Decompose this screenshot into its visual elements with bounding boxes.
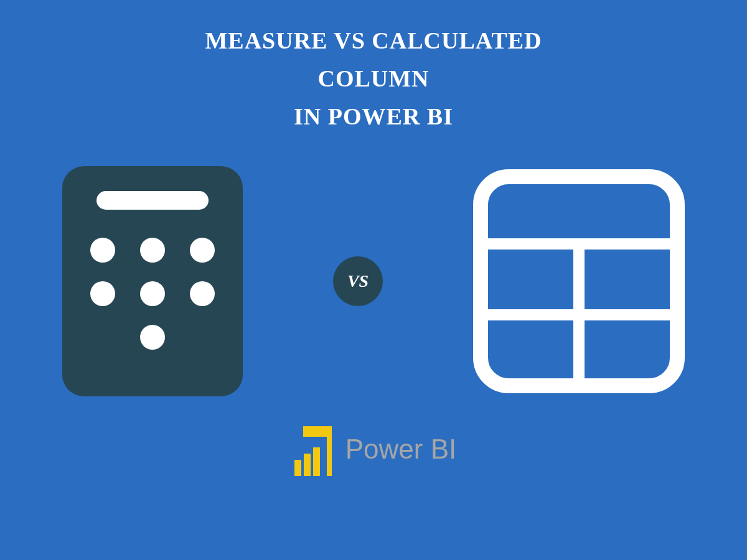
table-icon bbox=[473, 169, 685, 393]
calc-key bbox=[140, 325, 165, 350]
calc-key bbox=[90, 281, 115, 306]
calc-key bbox=[140, 238, 165, 263]
svg-rect-5 bbox=[304, 454, 311, 476]
title-line-1: MEASURE VS CALCULATED bbox=[0, 22, 747, 60]
calculator-icon bbox=[62, 166, 243, 396]
calc-key bbox=[190, 238, 215, 263]
comparison-row: VS bbox=[0, 166, 747, 396]
svg-rect-6 bbox=[313, 447, 320, 476]
powerbi-logo-text: Power BI bbox=[345, 434, 457, 465]
calc-row-1 bbox=[90, 238, 215, 263]
title-line-2: COLUMN bbox=[0, 60, 747, 98]
title-line-3: IN POWER BI bbox=[0, 98, 747, 136]
svg-rect-4 bbox=[294, 460, 301, 476]
vs-label: VS bbox=[347, 271, 369, 291]
calc-row-3 bbox=[140, 325, 165, 350]
calc-key bbox=[140, 281, 165, 306]
calculator-display bbox=[96, 191, 209, 210]
powerbi-logo: Power BI bbox=[0, 421, 747, 477]
powerbi-logo-icon bbox=[291, 421, 334, 477]
calc-key bbox=[190, 281, 215, 306]
calc-key bbox=[90, 238, 115, 263]
page-title: MEASURE VS CALCULATED COLUMN IN POWER BI bbox=[0, 0, 747, 135]
calc-row-2 bbox=[90, 281, 215, 306]
vs-badge: VS bbox=[333, 256, 383, 306]
